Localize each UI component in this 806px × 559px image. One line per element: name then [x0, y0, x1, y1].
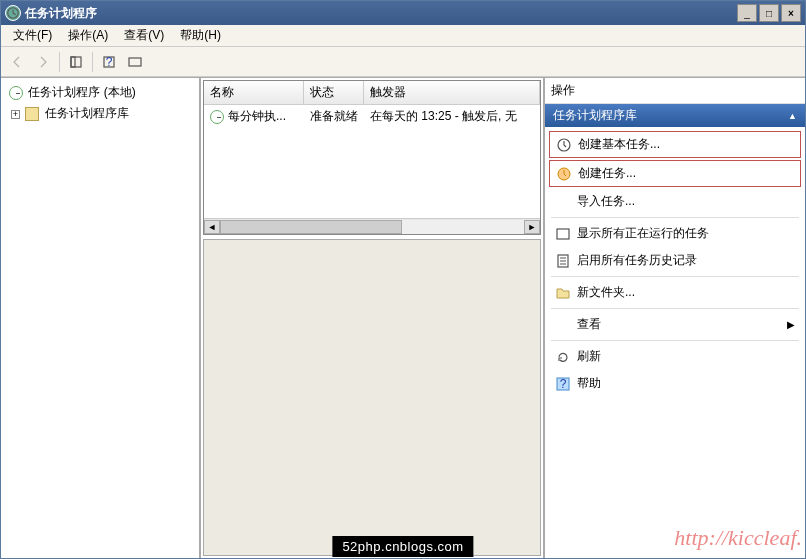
clock-icon: [210, 110, 224, 124]
enable-history-action[interactable]: 启用所有任务历史记录: [549, 248, 801, 273]
action-label: 创建任务...: [578, 165, 636, 182]
task-trigger-cell: 在每天的 13:25 - 触发后, 无: [364, 107, 540, 126]
scroll-thumb[interactable]: [220, 220, 402, 234]
minimize-button[interactable]: _: [737, 4, 757, 22]
action-label: 启用所有任务历史记录: [577, 252, 697, 269]
action-list: 创建基本任务... 创建任务... 导入任务... 显示所有正在运行的任务: [545, 127, 805, 400]
column-status[interactable]: 状态: [304, 81, 364, 104]
collapse-icon: ▲: [788, 111, 797, 121]
toolbar: ?: [1, 47, 805, 77]
blank-icon: [555, 317, 571, 333]
refresh-action[interactable]: 刷新: [549, 344, 801, 369]
menu-view[interactable]: 查看(V): [116, 25, 172, 46]
watermark-right: http://kiccleaf.: [674, 525, 802, 551]
history-icon: [555, 253, 571, 269]
menu-help[interactable]: 帮助(H): [172, 25, 229, 46]
tree-root-label: 任务计划程序 (本地): [28, 85, 135, 99]
action-separator: [551, 340, 799, 341]
action-separator: [551, 217, 799, 218]
task-name-cell: 每分钟执...: [204, 107, 304, 126]
task-status-cell: 准备就绪: [304, 107, 364, 126]
menu-file[interactable]: 文件(F): [5, 25, 60, 46]
action-label: 查看: [577, 316, 601, 333]
toolbar-help-button[interactable]: ?: [97, 50, 121, 74]
help-action[interactable]: ? 帮助: [549, 371, 801, 396]
app-icon: [5, 5, 21, 21]
toolbar-separator: [92, 52, 93, 72]
menu-action[interactable]: 操作(A): [60, 25, 116, 46]
titlebar: 任务计划程序 _ □ ×: [1, 1, 805, 25]
actions-subheader-label: 任务计划程序库: [553, 107, 637, 124]
detail-pane: [203, 239, 541, 556]
tree-expander-icon[interactable]: +: [11, 110, 20, 119]
svg-rect-1: [71, 57, 81, 67]
nav-forward-button[interactable]: [31, 50, 55, 74]
submenu-arrow-icon: ▶: [787, 319, 795, 330]
clock-icon: [9, 86, 23, 100]
view-action[interactable]: 查看 ▶: [549, 312, 801, 337]
running-icon: [555, 226, 571, 242]
actions-title: 操作: [545, 78, 805, 104]
scroll-right-button[interactable]: ►: [524, 220, 540, 234]
folder-icon: [555, 285, 571, 301]
horizontal-scrollbar[interactable]: ◄ ►: [204, 218, 540, 234]
import-task-action[interactable]: 导入任务...: [549, 189, 801, 214]
refresh-icon: [555, 349, 571, 365]
svg-text:?: ?: [560, 377, 567, 391]
column-name[interactable]: 名称: [204, 81, 304, 104]
import-icon: [555, 194, 571, 210]
window-controls: _ □ ×: [737, 4, 801, 22]
help-icon: ?: [555, 376, 571, 392]
create-basic-task-action[interactable]: 创建基本任务...: [549, 131, 801, 158]
task-icon: [556, 166, 572, 182]
action-label: 导入任务...: [577, 193, 635, 210]
tree-library[interactable]: + 任务计划程序库: [5, 103, 195, 124]
tree-root[interactable]: 任务计划程序 (本地): [5, 82, 195, 103]
close-button[interactable]: ×: [781, 4, 801, 22]
svg-text:?: ?: [106, 55, 113, 69]
actions-subheader[interactable]: 任务计划程序库 ▲: [545, 104, 805, 127]
task-row[interactable]: 每分钟执... 准备就绪 在每天的 13:25 - 触发后, 无: [204, 105, 540, 128]
window-title: 任务计划程序: [25, 5, 737, 22]
svg-rect-2: [71, 57, 75, 67]
column-trigger[interactable]: 触发器: [364, 81, 540, 104]
action-label: 刷新: [577, 348, 601, 365]
toolbar-separator: [59, 52, 60, 72]
folder-icon: [25, 107, 39, 121]
create-task-action[interactable]: 创建任务...: [549, 160, 801, 187]
tree-pane: 任务计划程序 (本地) + 任务计划程序库: [1, 78, 201, 558]
action-separator: [551, 276, 799, 277]
action-label: 显示所有正在运行的任务: [577, 225, 709, 242]
task-list: 名称 状态 触发器 每分钟执... 准备就绪 在每天的 13:25 - 触发后,…: [203, 80, 541, 235]
show-running-action[interactable]: 显示所有正在运行的任务: [549, 221, 801, 246]
action-label: 创建基本任务...: [578, 136, 660, 153]
toolbar-properties-button[interactable]: [123, 50, 147, 74]
scroll-left-button[interactable]: ◄: [204, 220, 220, 234]
window: 任务计划程序 _ □ × 文件(F) 操作(A) 查看(V) 帮助(H) ? 任…: [0, 0, 806, 559]
svg-rect-5: [129, 58, 141, 66]
action-separator: [551, 308, 799, 309]
action-label: 帮助: [577, 375, 601, 392]
wizard-icon: [556, 137, 572, 153]
column-headers: 名称 状态 触发器: [204, 81, 540, 105]
body-area: 任务计划程序 (本地) + 任务计划程序库 名称 状态 触发器 每分钟执...: [1, 77, 805, 558]
new-folder-action[interactable]: 新文件夹...: [549, 280, 801, 305]
nav-back-button[interactable]: [5, 50, 29, 74]
watermark-bottom: 52php.cnblogs.com: [332, 536, 473, 557]
tree-library-label: 任务计划程序库: [45, 106, 129, 120]
scroll-track[interactable]: [220, 220, 524, 234]
menubar: 文件(F) 操作(A) 查看(V) 帮助(H): [1, 25, 805, 47]
toolbar-refresh-button[interactable]: [64, 50, 88, 74]
svg-rect-8: [557, 229, 569, 239]
maximize-button[interactable]: □: [759, 4, 779, 22]
center-pane: 名称 状态 触发器 每分钟执... 准备就绪 在每天的 13:25 - 触发后,…: [201, 78, 545, 558]
task-name-label: 每分钟执...: [228, 108, 286, 125]
action-label: 新文件夹...: [577, 284, 635, 301]
actions-pane: 操作 任务计划程序库 ▲ 创建基本任务... 创建任务... 导入任务...: [545, 78, 805, 558]
